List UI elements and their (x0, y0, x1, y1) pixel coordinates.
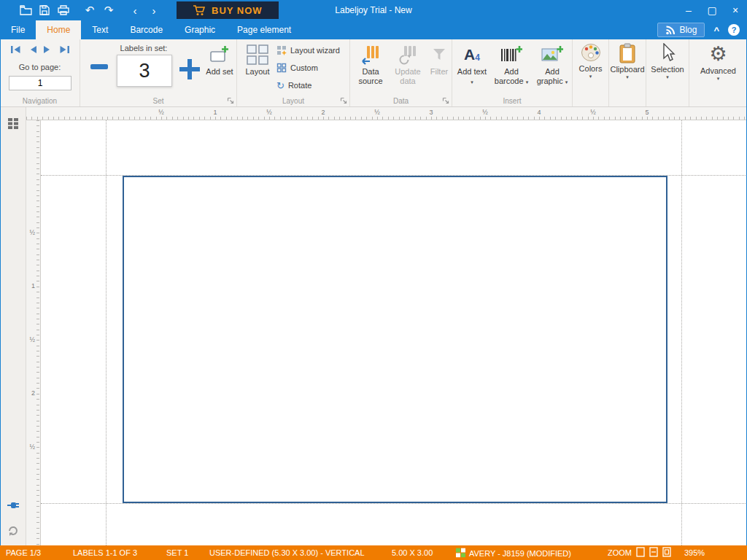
ribbon-group-selection: Selection ▾ (646, 39, 689, 106)
decrease-labels-button[interactable] (90, 64, 109, 74)
redo-button[interactable]: ↷ (99, 0, 118, 20)
last-page-button[interactable] (58, 45, 70, 54)
ruler-tick-label: ½ (374, 109, 380, 116)
advanced-button[interactable]: ⚙ Advanced ▾ (689, 43, 747, 82)
plug-icon (7, 500, 20, 510)
previous-page-button[interactable] (28, 45, 37, 54)
dropdown-icon: ▾ (565, 79, 568, 85)
custom-layout-icon (276, 63, 287, 73)
collapse-ribbon-button[interactable]: ^ (713, 25, 719, 36)
quick-access-toolbar: ↶ ↷ ‹ › (0, 0, 163, 20)
dropdown-icon: ▾ (589, 74, 592, 79)
ribbon-group-insert: A4 Add text ▾ Add barcode ▾ Add graphic … (452, 39, 573, 106)
dropdown-icon: ▾ (471, 79, 473, 85)
workspace: ½1½2½3½4½5 ½1½2½ (0, 107, 747, 545)
left-toolbar (0, 107, 26, 545)
canvas[interactable] (41, 120, 747, 545)
add-text-button[interactable]: A4 Add text ▾ (455, 42, 489, 92)
maximize-button[interactable]: ▢ (700, 0, 724, 20)
layout-wizard-button[interactable]: Layout wizard (276, 43, 340, 58)
group-label-data: Data (350, 97, 452, 105)
label-grid-panel-button[interactable] (0, 117, 26, 129)
group-label-insert: Insert (452, 97, 572, 105)
open-file-button[interactable] (16, 0, 35, 20)
ribbon-group-navigation: Go to page: Navigation (0, 39, 80, 106)
status-page: PAGE 1/3 (6, 548, 41, 557)
rss-icon (665, 26, 675, 35)
add-set-button[interactable]: Add set (204, 42, 235, 92)
tab-page-element[interactable]: Page element (226, 20, 302, 39)
dropdown-icon: ▾ (717, 76, 720, 82)
refresh-icon (7, 525, 19, 537)
help-button[interactable]: ? (728, 24, 740, 36)
rotate-button[interactable]: ↻ Rotate (276, 78, 311, 93)
add-barcode-button[interactable]: Add barcode ▾ (490, 42, 533, 92)
clipboard-button[interactable]: Clipboard ▾ (609, 43, 646, 80)
menubar-right: Blog ^ ? (657, 20, 747, 39)
back-button[interactable]: ‹ (125, 0, 144, 20)
label-boundary[interactable] (123, 176, 667, 503)
data-source-button[interactable]: Data source (353, 42, 388, 92)
refresh-button[interactable] (0, 525, 26, 537)
custom-layout-button[interactable]: Custom (276, 61, 318, 75)
page-edge-guide-bottom (41, 503, 747, 504)
zoom-fit-width-icon (649, 547, 658, 557)
increase-labels-button[interactable] (179, 59, 200, 82)
buy-now-label: BUY NOW (212, 5, 263, 16)
forward-button[interactable]: › (144, 0, 163, 20)
status-set: SET 1 (166, 548, 188, 557)
advanced-label: Advanced (700, 66, 736, 76)
status-zoom-value[interactable]: 395% (684, 548, 705, 557)
minimize-button[interactable]: – (677, 0, 700, 20)
first-page-button[interactable] (10, 45, 22, 54)
horizontal-ruler: ½1½2½3½4½5 (26, 107, 747, 120)
ruler-tick-label: ½ (29, 336, 35, 343)
filter-button[interactable]: Filter (427, 42, 451, 92)
ruler-tick-label: 4 (537, 109, 541, 116)
tab-home[interactable]: Home (36, 20, 81, 39)
tab-file[interactable]: File (0, 20, 36, 39)
update-data-button[interactable]: Update data (390, 42, 426, 92)
tab-text[interactable]: Text (81, 20, 119, 39)
close-button[interactable]: × (724, 0, 747, 20)
layout-button[interactable]: Layout (241, 42, 274, 92)
zoom-fit-page-icon (662, 547, 671, 557)
grid-panel-icon (7, 117, 19, 129)
labels-in-set-input[interactable] (117, 55, 172, 87)
status-layout-info: USER-DEFINED (5.30 X 3.00) - VERTICAL (209, 548, 365, 557)
selection-label: Selection (651, 65, 684, 74)
data-connector-button[interactable] (0, 500, 26, 510)
ruler-tick-label: 3 (429, 109, 433, 116)
add-graphic-label: Add graphic (537, 67, 563, 85)
tab-barcode[interactable]: Barcode (119, 20, 174, 39)
zoom-fit-width-button[interactable] (649, 547, 658, 559)
ruler-tick-label: ½ (29, 229, 35, 236)
status-template-label: AVERY - J8159 (MODIFIED) (469, 548, 571, 557)
print-button[interactable] (54, 0, 73, 20)
page-navigation-arrows (0, 45, 80, 54)
zoom-page-button[interactable] (636, 547, 645, 559)
next-page-button[interactable] (43, 45, 53, 54)
dropdown-icon: ▾ (626, 74, 629, 80)
zoom-page-icon (636, 547, 645, 557)
blog-button[interactable]: Blog (657, 23, 705, 37)
ruler-tick-label: ½ (29, 443, 35, 451)
colors-button[interactable]: Colors ▾ (573, 43, 608, 79)
ribbon-group-data: Data source Update data Filter Data (350, 39, 452, 106)
rotate-label: Rotate (288, 81, 311, 90)
dropdown-icon: ▾ (526, 79, 529, 85)
window-frame-left (0, 39, 1, 545)
group-label-layout: Layout (237, 97, 349, 105)
plus-icon (179, 59, 200, 79)
add-graphic-button[interactable]: Add graphic ▾ (534, 42, 570, 92)
buy-now-button[interactable]: BUY NOW (177, 1, 279, 19)
selection-button[interactable]: Selection ▾ (646, 43, 689, 80)
ribbon: Go to page: Navigation Labels in set: Ad… (0, 39, 747, 107)
goto-page-input[interactable] (9, 76, 71, 90)
status-template-button[interactable]: AVERY - J8159 (MODIFIED) (456, 548, 571, 558)
undo-button[interactable]: ↶ (80, 0, 99, 20)
zoom-fit-page-button[interactable] (662, 547, 671, 559)
ruler-tick-label: ½ (158, 109, 164, 116)
tab-graphic[interactable]: Graphic (174, 20, 226, 39)
save-button[interactable] (35, 0, 54, 20)
